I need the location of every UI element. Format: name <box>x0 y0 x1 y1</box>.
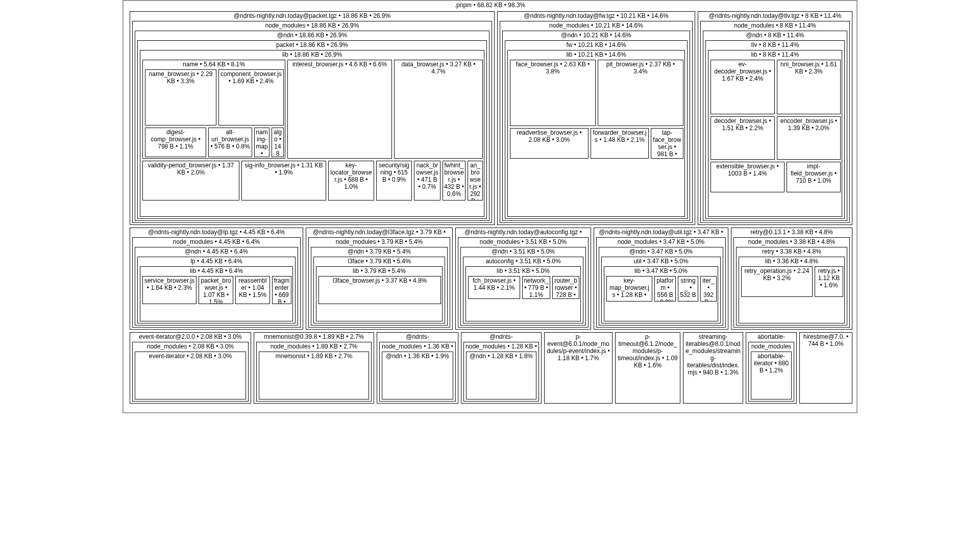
algo[interactable]: algo • 148 <box>272 128 284 157</box>
tap-face-browser[interactable]: tap-face_browser.js • 981 B • 1.4% <box>651 128 683 159</box>
forwarder-browser[interactable]: forwarder_browser.js • 1.48 KB • 2.1% <box>591 128 649 159</box>
tlv-nm[interactable]: node_modules • 8 KB • 11.4% @ndn • 8 KB … <box>700 21 850 223</box>
hirestime[interactable]: hirestime@7.0. • 744 B • 1.0% <box>799 332 852 404</box>
retry-op[interactable]: retry_operation.js • 2.24 KB • 3.2% <box>741 266 813 297</box>
lbl: platform • 556 B • 0.8% <box>655 277 675 302</box>
l3face-lib[interactable]: lib • 3.79 KB • 5.4% l3face_browser.js •… <box>316 266 443 321</box>
digest-comp[interactable]: digest-comp_browser.js • 798 B • 1.1% <box>145 128 206 157</box>
fragmenter[interactable]: fragmenter • 669 B • 0.9% <box>272 276 291 304</box>
fch-browser[interactable]: fch_browser.js • 1.44 KB • 2.1% <box>468 276 520 299</box>
lp-ndn[interactable]: @ndn • 4.45 KB • 6.4% lp • 4.45 KB • 6.4… <box>135 247 298 325</box>
n2-nm[interactable]: node_modules • 1.28 KB • @ndn • 1.28 KB … <box>463 342 539 402</box>
fw-tgz[interactable]: @ndnts-nightly.ndn.today@fw.tgz • 10.21 … <box>497 11 695 225</box>
tlv-pkg[interactable]: tlv • 8 KB • 11.4% lib • 8 KB • 11.4% ev… <box>705 40 845 219</box>
nack-browser[interactable]: nack_browser.js • 471 B • 0.7% <box>414 161 440 201</box>
extensible-browser[interactable]: extensible_browser.js • 1003 B • 1.4% <box>710 162 785 192</box>
network[interactable]: network_ • 779 B • 1.1% <box>522 276 550 299</box>
ndnts-extra1[interactable]: @ndnts- node_modules • 1.36 KB • @ndn • … <box>377 332 458 404</box>
ac-ndn[interactable]: @ndn • 3.51 KB • 5.0% autoconfig • 3.51 … <box>460 247 586 325</box>
router-browser[interactable]: router_browser • 728 B • 1.0% <box>552 276 579 299</box>
util-tgz[interactable]: @ndnts-nightly.ndn.today@util.tgz • 3.47… <box>594 228 728 330</box>
retry-js[interactable]: retry.js • 1.12 KB • 1.6% <box>815 266 843 297</box>
ac-lib[interactable]: lib • 3.51 KB • 5.0% fch_browser.js • 1.… <box>465 266 581 321</box>
packet-tgz[interactable]: @ndnts-nightly.ndn.today@packet.tgz • 18… <box>130 11 495 225</box>
component-browser[interactable]: component_browser.js • 1.69 KB • 2.4% <box>218 69 284 126</box>
ei-nm[interactable]: node_modules • 2.08 KB • 3.0% event-iter… <box>132 342 249 402</box>
lp-pkg[interactable]: lp • 4.45 KB • 6.4% lib • 4.45 KB • 6.4%… <box>137 257 296 323</box>
face-browser[interactable]: face_browser.js • 2.63 KB • 3.8% <box>510 60 596 126</box>
key-locator[interactable]: key-locator_browser.js • 688 B • 1.0% <box>328 161 374 201</box>
name-browser[interactable]: name_browser.js • 2.29 KB • 3.3% <box>145 69 216 126</box>
util-pkg[interactable]: util • 3.47 KB • 5.0% lib • 3.47 KB • 5.… <box>601 257 721 323</box>
p-event[interactable]: p-event@6.0.1/node_modules/p-event/index… <box>544 332 612 404</box>
mn-p[interactable]: mnemonist • 1.89 KB • 2.7% <box>259 352 369 399</box>
autoconfig-tgz[interactable]: @ndnts-nightly.ndn.today@autoconfig.tgz … <box>455 228 591 330</box>
event-iterator[interactable]: event-iterator@2.0.0 • 2.08 KB • 3.0% no… <box>130 332 251 404</box>
security-signing[interactable]: security/signing • 615 B • 0.9% <box>376 161 412 201</box>
data-browser[interactable]: data_browser.js • 3.27 KB • 4.7% <box>394 60 483 159</box>
streaming-iterables[interactable]: streaming-iterables@8.0.1/node_modules/s… <box>683 332 743 404</box>
p-timeout[interactable]: p-timeout@6.1.2/node_modules/p-timeout/i… <box>615 332 680 404</box>
tlv-tgz[interactable]: @ndnts-nightly.ndn.today@tlv.tgz • 8 KB … <box>698 11 852 225</box>
packet-browser[interactable]: packet_browser.js • 1.07 KB • 1.5% <box>199 276 233 304</box>
interest-browser[interactable]: interest_browser.js • 4.6 KB • 6.6% <box>287 60 392 159</box>
n2-ndn[interactable]: @ndn • 1.28 KB • 1.8% <box>466 352 536 399</box>
decoder-browser[interactable]: decoder_browser.js • 1.51 KB • 2.2% <box>710 116 775 160</box>
l3face-tgz[interactable]: @ndnts-nightly.ndn.today@l3face.tgz • 3.… <box>306 228 453 330</box>
service-browser[interactable]: service_browser.js • 1.64 KB • 2.3% <box>142 276 197 304</box>
name-dir[interactable]: name • 5.64 KB • 8.1% name_browser.js • … <box>142 60 285 159</box>
key-map-browser[interactable]: key-map_browser.js • 1.28 KB • <box>606 276 652 302</box>
ac-nm[interactable]: node_modules • 3.51 KB • 5.0% @ndn • 3.5… <box>458 237 589 328</box>
util-nm[interactable]: node_modules • 3.47 KB • 5.0% @ndn • 3.4… <box>596 237 726 328</box>
platform[interactable]: platform • 556 B • 0.8% <box>654 276 676 302</box>
packet-pkg[interactable]: packet • 18.86 KB • 26.9% lib • 18.86 KB… <box>137 40 487 219</box>
encoder-browser[interactable]: encoder_browser.js • 1.39 KB • 2.0% <box>777 116 841 160</box>
l3face-ndn[interactable]: @ndn • 3.79 KB • 5.4% l3face • 3.79 KB •… <box>311 247 448 325</box>
iter[interactable]: iter_ • 392 B • <box>700 276 717 302</box>
alt-uri[interactable]: alt-uri_browser.js • 576 B • 0.8% <box>208 128 252 157</box>
ev-decoder[interactable]: ev-decoder_browser.js • 1.67 KB • 2.4% <box>710 60 775 114</box>
lp-lib[interactable]: lib • 4.45 KB • 6.4% service_browser.js … <box>140 266 293 321</box>
ac-pkg[interactable]: autoconfig • 3.51 KB • 5.0% lib • 3.51 K… <box>463 257 583 323</box>
string[interactable]: string_ • 532 B • 0.7% <box>678 276 698 302</box>
nni-browser[interactable]: nni_browser.js • 1.61 KB • 2.3% <box>777 60 841 114</box>
tlv-ndn[interactable]: @ndn • 8 KB • 11.4% tlv • 8 KB • 11.4% l… <box>703 31 847 221</box>
n1-ndn[interactable]: @ndn • 1.36 KB • 1.9% <box>382 352 453 399</box>
l3face-pkg[interactable]: l3face • 3.79 KB • 5.4% lib • 3.79 KB • … <box>313 257 445 323</box>
an-browser[interactable]: an_browser.js • 292 B • 0.4% <box>468 161 483 201</box>
ab-nm[interactable]: node_modules abortable-iterator • 880 B … <box>748 342 794 402</box>
util-ndn[interactable]: @ndn • 3.47 KB • 5.0% util • 3.47 KB • 5… <box>599 247 723 325</box>
sig-info[interactable]: sig-info_browser.js • 1.31 KB • 1.9% <box>241 161 326 201</box>
n1-nm[interactable]: node_modules • 1.36 KB • @ndn • 1.36 KB … <box>379 342 456 402</box>
tlv-lib[interactable]: lib • 8 KB • 11.4% ev-decoder_browser.js… <box>708 50 842 217</box>
mn-nm[interactable]: node_modules • 1.89 KB • 2.7% mnemonist … <box>256 342 372 402</box>
pit-browser[interactable]: pit_browser.js • 2.37 KB • 3.4% <box>598 60 683 126</box>
l3face-nm[interactable]: node_modules • 3.79 KB • 5.4% @ndn • 3.7… <box>308 237 450 328</box>
l3face-browser[interactable]: l3face_browser.js • 3.37 KB • 4.8% <box>318 276 441 304</box>
readvertise-browser[interactable]: readvertise_browser.js • 2.08 KB • 3.0% <box>510 128 589 159</box>
retry-lib[interactable]: lib • 3.36 KB • 4.8% retry_operation.js … <box>739 257 845 323</box>
ab-p[interactable]: abortable-iterator • 880 B • 1.2% <box>751 352 792 399</box>
packet-ndn[interactable]: @ndn • 18.86 KB • 26.9% packet • 18.86 K… <box>135 31 489 221</box>
ndnts-extra2[interactable]: @ndnts- node_modules • 1.28 KB • @ndn • … <box>461 332 542 404</box>
mnemonist[interactable]: mnemonist@0.39.8 • 1.89 KB • 2.7% node_m… <box>254 332 374 404</box>
fwhint-browser[interactable]: fwhint_browser.js • 432 B • 0.6% <box>443 161 465 201</box>
fw-ndn[interactable]: @ndn • 10.21 KB • 14.6% fw • 10.21 KB • … <box>502 31 690 221</box>
packet-lib[interactable]: lib • 18.86 KB • 26.9% name • 5.64 KB • … <box>140 50 484 217</box>
util-lib[interactable]: lib • 3.47 KB • 5.0% key-map_browser.js … <box>604 266 718 321</box>
lp-tgz[interactable]: @ndnts-nightly.ndn.today@lp.tgz • 4.45 K… <box>130 228 303 330</box>
lp-nm[interactable]: node_modules • 4.45 KB • 6.4% @ndn • 4.4… <box>132 237 301 328</box>
fw-lib[interactable]: lib • 10.21 KB • 14.6% face_browser.js •… <box>507 50 685 217</box>
retry-p[interactable]: retry • 3.38 KB • 4.8% lib • 3.36 KB • 4… <box>736 247 847 325</box>
impl-field-browser[interactable]: impl-field_browser.js • 710 B • 1.0% <box>787 162 841 192</box>
validity-period[interactable]: validity-period_browser.js • 1.37 KB • 2… <box>142 161 239 201</box>
reassembler[interactable]: reassembler • 1.04 KB • 1.5% <box>235 276 270 304</box>
retry-pkg[interactable]: retry@0.13.1 • 3.38 KB • 4.8% node_modul… <box>731 228 852 330</box>
fw-pkg[interactable]: fw • 10.21 KB • 14.6% lib • 10.21 KB • 1… <box>505 40 688 219</box>
retry-nm[interactable]: node_modules • 3.38 KB • 4.8% retry • 3.… <box>733 237 850 328</box>
fw-nm[interactable]: node_modules • 10.21 KB • 14.6% @ndn • 1… <box>500 21 693 223</box>
ei-p[interactable]: event-iterator • 2.08 KB • 3.0% <box>135 352 246 399</box>
abortable-iterator[interactable]: abortable- node_modules abortable-iterat… <box>746 332 797 404</box>
naming-map[interactable]: naming-map • <box>254 128 270 157</box>
packet-nm[interactable]: node_modules • 18.86 KB • 26.9% @ndn • 1… <box>132 21 492 223</box>
